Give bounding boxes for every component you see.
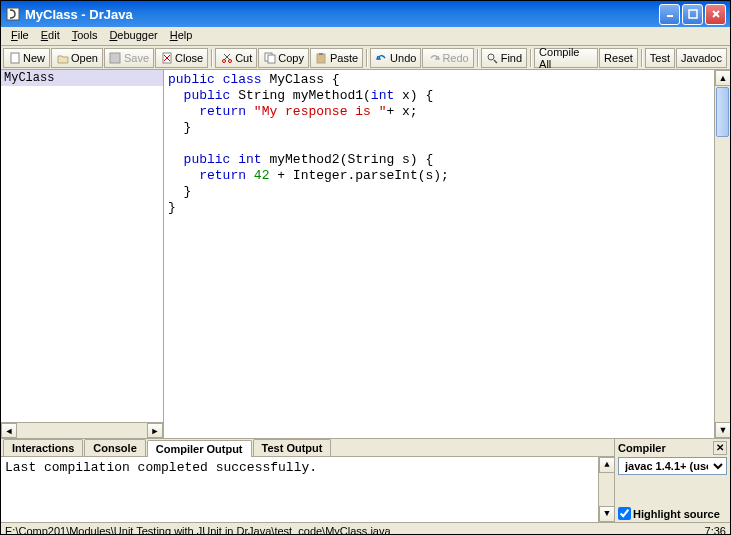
redo-icon [427,51,440,64]
compile-all-label: Compile All [539,46,593,70]
editor-pane: public class MyClass { public String myM… [164,70,730,438]
main-area: MyClass ◄ ► public class MyClass { publi… [1,70,730,439]
scroll-down-button[interactable]: ▼ [715,422,731,438]
svg-rect-15 [268,55,275,63]
file-list-scrollbar[interactable]: ◄ ► [1,422,163,438]
compile-all-button[interactable]: Compile All [534,48,598,68]
redo-label: Redo [442,52,468,64]
save-icon [109,51,122,64]
file-list[interactable]: MyClass ◄ ► [1,70,164,438]
output-scrollbar[interactable]: ▲ ▼ [598,457,614,522]
copy-label: Copy [278,52,304,64]
svg-rect-17 [319,53,323,55]
status-position: 7:36 [705,525,726,536]
scroll-thumb[interactable] [716,87,729,137]
svg-rect-16 [317,54,325,63]
highlight-label: Highlight source [633,508,720,520]
redo-button[interactable]: Redo [422,48,473,68]
cut-label: Cut [235,52,252,64]
close-button[interactable] [705,4,726,25]
window-title: MyClass - DrJava [25,7,659,22]
compiler-title: Compiler [618,442,713,454]
separator [641,49,643,67]
tab-interactions[interactable]: Interactions [3,439,83,456]
menubar: File Edit Tools Debugger Help [1,27,730,46]
copy-icon [263,51,276,64]
menu-tools[interactable]: Tools [66,27,104,45]
separator [530,49,532,67]
svg-line-19 [494,60,497,63]
menu-file[interactable]: File [5,27,35,45]
test-button[interactable]: Test [645,48,675,68]
tab-compiler-output[interactable]: Compiler Output [147,440,252,457]
paste-icon [315,51,328,64]
separator [477,49,479,67]
open-label: Open [71,52,98,64]
maximize-button[interactable] [682,4,703,25]
highlight-source-checkbox[interactable]: Highlight source [618,507,727,520]
test-label: Test [650,52,670,64]
compiler-select[interactable]: javac 1.4.1+ (user) [618,457,727,475]
javadoc-button[interactable]: Javadoc [676,48,727,68]
scroll-left-button[interactable]: ◄ [1,423,17,438]
new-icon [8,51,21,64]
editor-scrollbar[interactable]: ▲ ▼ [714,70,730,438]
new-label: New [23,52,45,64]
menu-help[interactable]: Help [164,27,199,45]
find-label: Find [501,52,522,64]
svg-rect-6 [110,53,120,63]
menu-edit[interactable]: Edit [35,27,66,45]
bottom-panel: Interactions Console Compiler Output Tes… [1,439,730,522]
open-button[interactable]: Open [51,48,103,68]
tab-test-output[interactable]: Test Output [253,439,332,456]
cut-icon [220,51,233,64]
svg-rect-5 [11,53,19,63]
statusbar: E:\Comp201\Modules\Unit Testing with JUn… [1,522,730,535]
menu-label: File [11,29,29,41]
tab-console[interactable]: Console [84,439,145,456]
copy-button[interactable]: Copy [258,48,309,68]
scroll-down-button[interactable]: ▼ [599,506,615,522]
new-button[interactable]: New [3,48,50,68]
output-tabs: Interactions Console Compiler Output Tes… [1,439,614,457]
output-area: Last compilation completed successfully.… [1,457,614,522]
close-file-label: Close [175,52,203,64]
menu-debugger[interactable]: Debugger [103,27,163,45]
scroll-up-button[interactable]: ▲ [715,70,731,86]
toolbar: New Open Save Close Cut Copy Paste Undo … [1,46,730,70]
file-item[interactable]: MyClass [1,70,163,86]
save-button[interactable]: Save [104,48,154,68]
reset-button[interactable]: Reset [599,48,638,68]
highlight-checkbox-input[interactable] [618,507,631,520]
status-path: E:\Comp201\Modules\Unit Testing with JUn… [5,525,705,536]
close-file-icon [160,51,173,64]
output-pane: Interactions Console Compiler Output Tes… [1,439,614,522]
javadoc-label: Javadoc [681,52,722,64]
scroll-up-button[interactable]: ▲ [599,457,615,473]
paste-button[interactable]: Paste [310,48,363,68]
compiler-close-button[interactable]: ✕ [713,441,727,455]
svg-rect-2 [689,10,697,18]
undo-icon [375,51,388,64]
compiler-panel: Compiler ✕ javac 1.4.1+ (user) Highlight… [614,439,730,522]
output-text: Last compilation completed successfully. [5,460,598,519]
minimize-button[interactable] [659,4,680,25]
reset-label: Reset [604,52,633,64]
close-file-button[interactable]: Close [155,48,208,68]
open-icon [56,51,69,64]
separator [366,49,368,67]
cut-button[interactable]: Cut [215,48,257,68]
paste-label: Paste [330,52,358,64]
find-icon [486,51,499,64]
save-label: Save [124,52,149,64]
app-icon [5,6,21,22]
find-button[interactable]: Find [481,48,527,68]
scroll-right-button[interactable]: ► [147,423,163,438]
separator [211,49,213,67]
code-editor[interactable]: public class MyClass { public String myM… [164,70,714,438]
svg-point-18 [488,54,494,60]
titlebar: MyClass - DrJava [1,1,730,27]
undo-button[interactable]: Undo [370,48,421,68]
svg-point-13 [228,59,231,62]
undo-label: Undo [390,52,416,64]
